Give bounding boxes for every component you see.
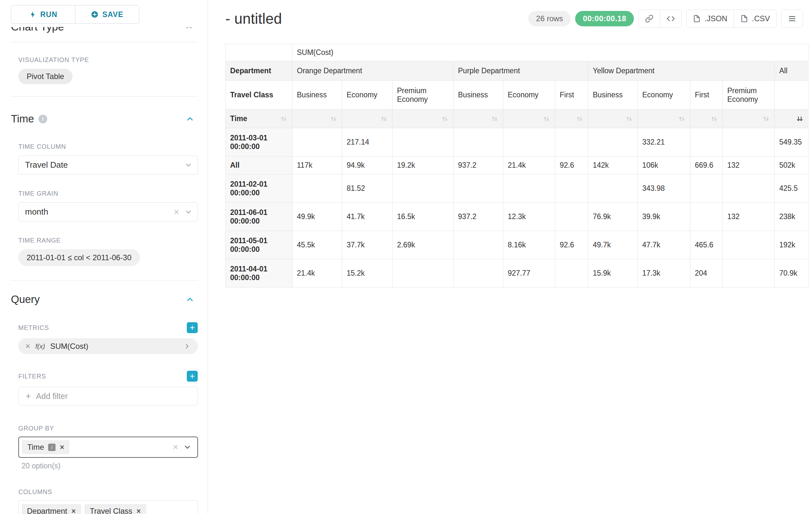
add-filter-button[interactable]: + Add filter — [18, 387, 198, 405]
cell: 70.9k — [775, 259, 809, 288]
cell: 81.52 — [342, 174, 393, 203]
cell: 15.2k — [342, 259, 393, 288]
row-label: 2011-02-01 00:00:00 — [226, 174, 292, 203]
remove-metric-icon[interactable]: × — [25, 341, 30, 351]
menu-button[interactable] — [782, 10, 803, 27]
cell — [503, 174, 555, 203]
query-timer-badge: 00:00:00.18 — [575, 11, 634, 26]
file-icon — [741, 15, 748, 23]
columns-tag-travel-class[interactable]: Travel Class × — [85, 504, 146, 514]
class-header: Business — [454, 81, 503, 110]
sort-header[interactable] — [292, 110, 342, 128]
cell — [555, 203, 588, 231]
sort-header[interactable] — [454, 110, 503, 128]
sort-header[interactable] — [638, 110, 690, 128]
time-grain-select[interactable]: month × — [18, 202, 198, 221]
time-range-pill[interactable]: 2011-01-01 ≤ col < 2011-06-30 — [18, 249, 140, 266]
cell: 37.7k — [342, 231, 393, 259]
sort-header[interactable] — [555, 110, 588, 128]
cell — [454, 231, 503, 259]
chevron-up-icon[interactable] — [185, 295, 195, 304]
sort-header[interactable] — [588, 110, 638, 128]
cell: 8.16k — [503, 231, 555, 259]
cell: 16.5k — [393, 203, 454, 231]
row-count-badge: 26 rows — [528, 11, 571, 26]
class-header: Economy — [638, 81, 690, 110]
row-label: 2011-04-01 00:00:00 — [226, 259, 292, 288]
cell — [588, 128, 638, 157]
cell: 15.9k — [588, 259, 638, 288]
clear-icon[interactable]: × — [174, 208, 179, 217]
cell — [454, 259, 503, 288]
copy-link-button[interactable] — [639, 10, 660, 27]
columns-label: COLUMNS — [18, 488, 198, 496]
chevron-up-icon[interactable] — [185, 114, 195, 124]
clear-icon[interactable]: × — [173, 443, 178, 452]
file-icon — [693, 15, 701, 23]
cell: 17.3k — [638, 259, 690, 288]
run-button[interactable]: RUN — [11, 5, 75, 23]
cell: 204 — [690, 259, 723, 288]
time-column-value: Travel Date — [25, 160, 68, 170]
sort-header[interactable] — [393, 110, 454, 128]
sort-header[interactable] — [503, 110, 555, 128]
class-header: Business — [588, 81, 638, 110]
sort-header[interactable] — [342, 110, 393, 128]
cell — [555, 128, 588, 157]
time-column-select[interactable]: Travel Date — [18, 156, 198, 174]
cell: 106k — [638, 157, 690, 174]
time-range-label: TIME RANGE — [18, 237, 198, 244]
columns-tag-department[interactable]: Department × — [22, 504, 81, 514]
cell: 49.9k — [292, 203, 342, 231]
view-query-button[interactable] — [660, 10, 682, 27]
sort-header[interactable] — [723, 110, 775, 128]
metric-pill[interactable]: × f(x) SUM(Cost) — [18, 338, 198, 354]
add-metric-button[interactable]: + — [187, 322, 198, 333]
cell: 39.9k — [638, 203, 690, 231]
group-by-label: GROUP BY — [18, 425, 198, 432]
run-button-label: RUN — [40, 10, 57, 19]
save-button-label: SAVE — [103, 10, 123, 19]
time-section-header[interactable]: Time i — [11, 113, 198, 125]
cell: 12.3k — [503, 203, 555, 231]
columns-select[interactable]: Department × Travel Class × × — [18, 500, 198, 514]
cell: 937.2 — [454, 203, 503, 231]
remove-tag-icon[interactable]: × — [71, 508, 76, 514]
menu-icon — [788, 15, 796, 23]
cell: 49.7k — [588, 231, 638, 259]
sort-header-all-active[interactable] — [775, 110, 809, 128]
download-json-button[interactable]: .JSON — [687, 10, 734, 27]
cell: 927.77 — [503, 259, 555, 288]
add-filter-plus-button[interactable]: + — [187, 371, 198, 382]
sort-desc-icon — [796, 115, 804, 123]
sort-header[interactable] — [690, 110, 723, 128]
cell: 549.35 — [775, 128, 809, 157]
group-by-select[interactable]: Time i × × — [18, 437, 198, 458]
sort-icon — [441, 115, 449, 123]
cell: 21.4k — [292, 259, 342, 288]
save-button[interactable]: SAVE — [75, 5, 139, 23]
query-section-header[interactable]: Query — [11, 293, 198, 305]
remove-tag-icon[interactable]: × — [60, 444, 64, 451]
cell — [690, 174, 723, 203]
time-grain-value: month — [25, 207, 48, 217]
group-header-all: All — [775, 61, 809, 81]
chevron-up-icon[interactable] — [185, 27, 193, 31]
group-by-tag-time[interactable]: Time i × — [22, 440, 69, 454]
sort-header-time[interactable]: Time — [226, 110, 292, 128]
cell — [393, 128, 454, 157]
cell — [723, 259, 775, 288]
cell: 92.6 — [555, 157, 588, 174]
class-header: Economy — [503, 81, 555, 110]
link-icon — [645, 15, 654, 23]
metric-header-cell: SUM(Cost) — [292, 44, 809, 61]
download-csv-button[interactable]: .CSV — [734, 10, 776, 27]
remove-tag-icon[interactable]: × — [137, 508, 141, 514]
visualization-type-pill[interactable]: Pivot Table — [18, 69, 72, 84]
sort-icon — [280, 115, 288, 123]
cell — [723, 231, 775, 259]
chart-header: - untitled 26 rows 00:00:00.18 — [225, 10, 803, 28]
control-panel: RUN SAVE Chart Type VISUALIZATION TYPE — [0, 0, 208, 514]
info-icon: i — [38, 115, 47, 124]
table-row: 2011-03-01 00:00:00 217.14 332.21 549.35 — [226, 128, 809, 157]
